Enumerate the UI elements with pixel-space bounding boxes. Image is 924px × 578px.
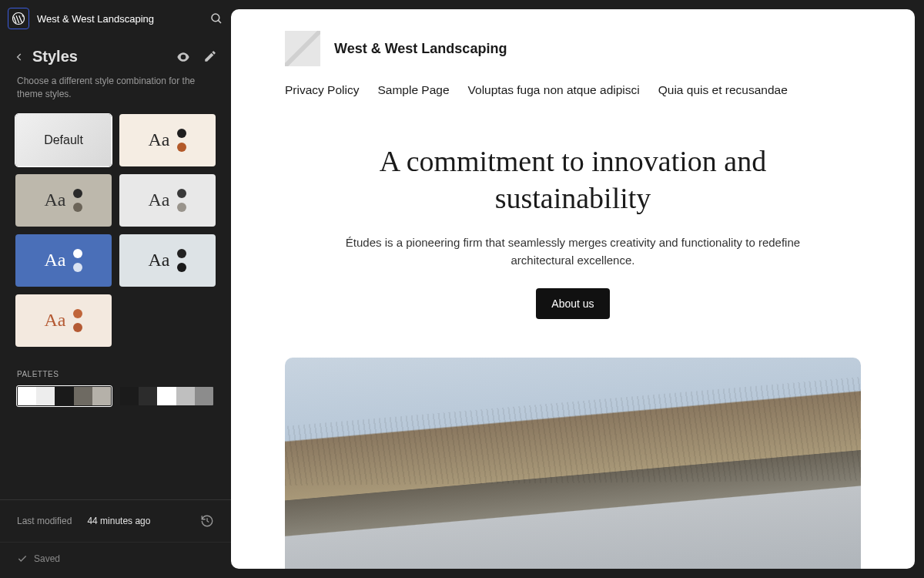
styles-header: Styles bbox=[0, 37, 231, 72]
color-swatch bbox=[120, 387, 139, 405]
last-modified-value: 44 minutes ago bbox=[87, 516, 185, 526]
style-variation-card[interactable]: Aa bbox=[119, 234, 216, 287]
primary-nav: Privacy PolicySample PageVoluptas fuga n… bbox=[285, 83, 861, 97]
variation-aa-label: Aa bbox=[45, 250, 66, 271]
site-logo-placeholder[interactable] bbox=[285, 31, 320, 66]
variation-color-dots bbox=[73, 249, 82, 272]
variation-color-dots bbox=[73, 309, 82, 332]
search-icon[interactable] bbox=[209, 12, 223, 25]
color-swatch bbox=[18, 387, 36, 405]
editor-sidebar: West & West Landscaping Styles Choose a … bbox=[0, 0, 231, 578]
check-icon bbox=[17, 553, 28, 564]
saved-status: Saved bbox=[0, 542, 231, 578]
svg-point-1 bbox=[212, 14, 219, 22]
color-swatch bbox=[55, 387, 73, 405]
style-variation-card[interactable]: Default bbox=[15, 114, 112, 166]
variation-color-dots bbox=[177, 129, 186, 152]
site-brand: West & West Landscaping bbox=[285, 31, 861, 66]
palette-option[interactable] bbox=[17, 386, 112, 406]
variation-aa-label: Aa bbox=[149, 129, 170, 150]
variation-color-dots bbox=[177, 189, 186, 212]
nav-link[interactable]: Privacy Policy bbox=[285, 83, 359, 97]
wordpress-logo[interactable] bbox=[8, 8, 29, 29]
color-swatch bbox=[157, 387, 176, 405]
eye-icon[interactable] bbox=[176, 49, 191, 65]
variation-aa-label: Aa bbox=[45, 190, 66, 210]
color-swatch bbox=[139, 387, 157, 405]
color-swatch bbox=[92, 387, 111, 405]
palettes-section: PALETTES bbox=[0, 347, 231, 414]
svg-line-2 bbox=[218, 20, 221, 23]
nav-link[interactable]: Quia quis et recusandae bbox=[658, 83, 788, 97]
variation-color-dots bbox=[177, 249, 186, 272]
saved-label: Saved bbox=[34, 553, 60, 564]
variation-color-dots bbox=[73, 189, 82, 212]
variation-aa-label: Aa bbox=[45, 310, 66, 331]
site-name[interactable]: West & West Landscaping bbox=[37, 13, 202, 25]
preview-page: West & West Landscaping Privacy PolicySa… bbox=[231, 9, 915, 319]
last-modified-row: Last modified 44 minutes ago bbox=[0, 499, 231, 542]
palette-row bbox=[17, 386, 214, 406]
color-swatch bbox=[195, 387, 213, 405]
hero-body[interactable]: Études is a pioneering firm that seamles… bbox=[326, 234, 819, 270]
color-swatch bbox=[74, 387, 92, 405]
preview-canvas: West & West Landscaping Privacy PolicySa… bbox=[231, 9, 915, 569]
variation-aa-label: Aa bbox=[149, 250, 170, 271]
style-variation-card[interactable]: Aa bbox=[15, 174, 112, 227]
panel-title: Styles bbox=[32, 48, 168, 66]
style-variation-card[interactable]: Aa bbox=[119, 174, 216, 227]
palettes-label: PALETTES bbox=[17, 370, 214, 378]
hero-section: A commitment to innovation and sustainab… bbox=[326, 143, 819, 319]
back-icon[interactable] bbox=[14, 52, 25, 62]
revisions-icon[interactable] bbox=[200, 514, 214, 528]
about-us-button[interactable]: About us bbox=[536, 288, 609, 319]
site-brand-name[interactable]: West & West Landscaping bbox=[334, 41, 507, 57]
variation-aa-label: Aa bbox=[149, 190, 170, 210]
last-modified-label: Last modified bbox=[17, 516, 72, 526]
color-swatch bbox=[176, 387, 195, 405]
top-bar: West & West Landscaping bbox=[0, 0, 231, 37]
edit-icon[interactable] bbox=[203, 49, 217, 65]
palette-option[interactable] bbox=[119, 386, 214, 406]
hero-image[interactable] bbox=[285, 358, 861, 570]
style-variation-card[interactable]: Aa bbox=[119, 114, 216, 166]
nav-link[interactable]: Sample Page bbox=[377, 83, 449, 97]
nav-link[interactable]: Voluptas fuga non atque adipisci bbox=[468, 83, 640, 97]
style-variation-card[interactable]: Aa bbox=[15, 294, 112, 347]
color-swatch bbox=[36, 387, 55, 405]
panel-description: Choose a different style combination for… bbox=[0, 72, 231, 114]
style-variations-grid: DefaultAaAaAaAaAaAa bbox=[0, 114, 231, 347]
style-variation-card[interactable]: Aa bbox=[15, 234, 112, 287]
hero-title[interactable]: A commitment to innovation and sustainab… bbox=[326, 143, 819, 217]
svg-point-3 bbox=[182, 55, 184, 58]
